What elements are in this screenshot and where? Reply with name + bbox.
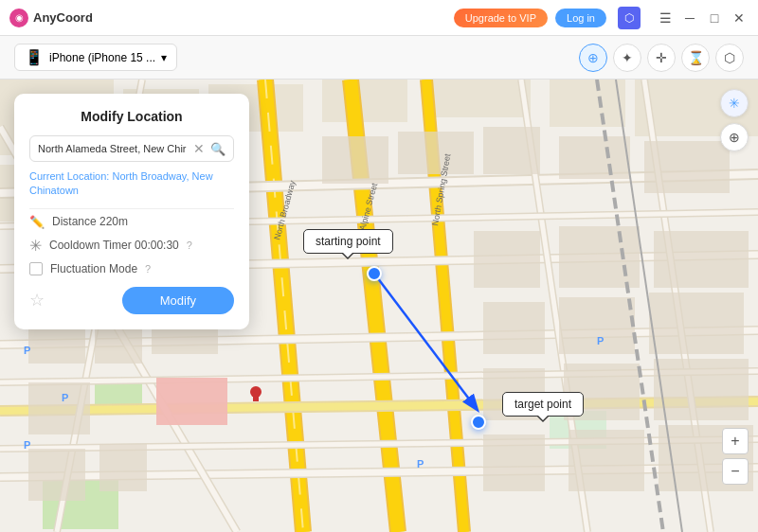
- side-tools: ✳ ⊕: [720, 89, 749, 151]
- app-name: AnyCoord: [33, 10, 93, 25]
- maximize-button[interactable]: □: [705, 9, 724, 27]
- modify-panel: Modify Location North Alameda Street, Ne…: [14, 94, 249, 329]
- toolbar-tools: ⊕ ✦ ✛ ⌛ ⬡: [579, 44, 744, 72]
- close-button[interactable]: ✕: [730, 9, 749, 27]
- minimize-button[interactable]: ─: [680, 9, 699, 27]
- app-logo: ◉ AnyCoord: [9, 9, 93, 27]
- svg-rect-22: [474, 231, 540, 288]
- search-icon[interactable]: 🔍: [210, 142, 226, 156]
- svg-rect-15: [398, 132, 474, 174]
- dropdown-chevron: ▾: [161, 51, 167, 64]
- cooldown-help-icon[interactable]: ?: [187, 239, 192, 251]
- fluctuation-checkbox[interactable]: [29, 262, 43, 275]
- svg-rect-30: [649, 293, 744, 354]
- svg-text:P: P: [516, 392, 523, 403]
- svg-rect-36: [28, 449, 85, 501]
- svg-rect-17: [559, 136, 630, 179]
- window-controls: ☰ ─ □ ✕: [656, 9, 749, 27]
- route-tool[interactable]: ✦: [613, 44, 641, 72]
- divider-1: [29, 208, 234, 209]
- target-point-dot: [471, 415, 486, 430]
- zoom-controls: + −: [722, 428, 749, 485]
- discord-icon: ⬡: [618, 7, 641, 29]
- svg-rect-33: [483, 368, 545, 420]
- distance-icon: ✏️: [29, 215, 45, 229]
- panel-footer: ☆ Modify: [29, 287, 234, 314]
- svg-rect-5: [322, 80, 407, 122]
- svg-rect-16: [483, 127, 540, 174]
- svg-rect-35: [654, 359, 749, 420]
- svg-rect-53: [253, 392, 259, 401]
- device-selector[interactable]: 📱 iPhone (iPhone 15 ... ▾: [14, 44, 177, 71]
- starting-point-dot: [367, 266, 382, 281]
- svg-text:P: P: [24, 439, 30, 451]
- circle-tool[interactable]: ⊕: [720, 123, 749, 151]
- zoom-in-button[interactable]: +: [722, 428, 749, 454]
- cooldown-label: Cooldown Timer 00:00:30: [49, 239, 179, 252]
- export-tool[interactable]: ⬡: [715, 44, 744, 72]
- titlebar: ◉ AnyCoord Upgrade to VIP Log in ⬡ ☰ ─ □…: [0, 0, 758, 36]
- svg-text:P: P: [62, 392, 68, 403]
- svg-text:P: P: [597, 335, 604, 346]
- svg-rect-39: [568, 430, 644, 491]
- cooldown-icon: ✳: [29, 237, 42, 255]
- svg-rect-28: [483, 302, 545, 354]
- fluctuation-help-icon[interactable]: ?: [145, 263, 151, 275]
- svg-rect-41: [156, 378, 227, 425]
- distance-label: Distance 220m: [52, 215, 128, 228]
- teleport-tool[interactable]: ⊕: [579, 44, 607, 72]
- modify-button[interactable]: Modify: [122, 287, 234, 314]
- device-icon: 📱: [25, 48, 44, 66]
- svg-rect-38: [483, 434, 545, 491]
- svg-text:P: P: [24, 345, 30, 356]
- svg-rect-31: [28, 382, 90, 434]
- toolbar: 📱 iPhone (iPhone 15 ... ▾ ⊕ ✦ ✛ ⌛ ⬡: [0, 36, 758, 80]
- clear-button[interactable]: ✕: [193, 141, 205, 156]
- panel-title: Modify Location: [29, 109, 234, 124]
- fluctuation-label: Fluctuation Mode: [50, 262, 137, 275]
- location-text: North Alameda Street, New Chir: [38, 143, 188, 154]
- current-location[interactable]: Current Location: North Broadway, New Ch…: [29, 169, 234, 199]
- svg-text:P: P: [417, 458, 424, 470]
- login-button[interactable]: Log in: [555, 9, 606, 27]
- snowflake-tool[interactable]: ✳: [720, 89, 749, 117]
- distance-row: ✏️ Distance 220m: [29, 215, 234, 229]
- upgrade-button[interactable]: Upgrade to VIP: [454, 9, 548, 27]
- svg-rect-18: [644, 141, 730, 193]
- cooldown-row: ✳ Cooldown Timer 00:00:30 ?: [29, 237, 234, 255]
- search-box[interactable]: North Alameda Street, New Chir ✕ 🔍: [29, 135, 234, 162]
- map-area[interactable]: North Broadway Alpine Street North Sprin…: [0, 80, 758, 532]
- svg-rect-37: [99, 444, 147, 491]
- svg-rect-6: [426, 80, 531, 117]
- fluctuation-row: Fluctuation Mode ?: [29, 262, 234, 275]
- joystick-tool[interactable]: ✛: [647, 44, 676, 72]
- zoom-out-button[interactable]: −: [722, 458, 749, 485]
- svg-rect-7: [550, 80, 625, 127]
- hamburger-button[interactable]: ☰: [656, 9, 675, 27]
- svg-rect-24: [654, 231, 749, 288]
- device-name: iPhone (iPhone 15 ...: [49, 51, 155, 64]
- history-tool[interactable]: ⌛: [681, 44, 710, 72]
- favorite-button[interactable]: ☆: [29, 290, 45, 310]
- logo-icon: ◉: [9, 9, 28, 27]
- svg-rect-34: [564, 364, 640, 420]
- svg-rect-14: [322, 136, 388, 184]
- svg-rect-23: [559, 226, 640, 288]
